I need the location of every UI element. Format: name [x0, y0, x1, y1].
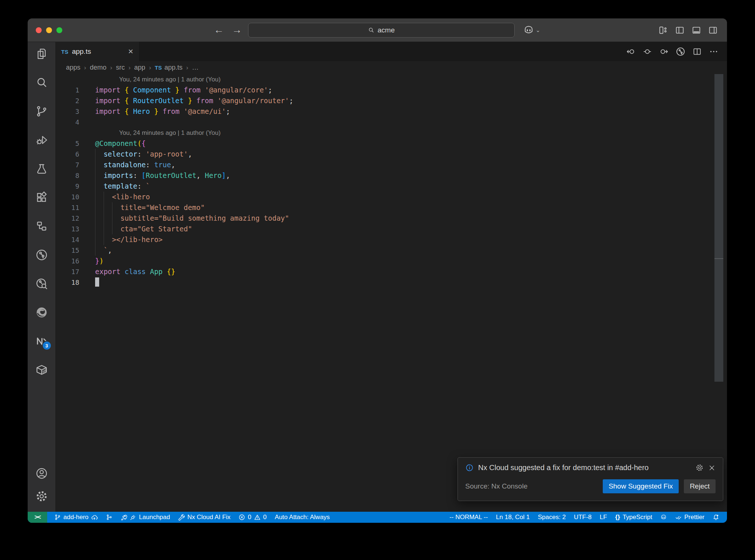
problems-icon	[254, 514, 261, 521]
code-line: 4	[55, 117, 712, 127]
customize-layout-button[interactable]	[658, 25, 669, 36]
scrollbar-slider[interactable]	[714, 74, 723, 382]
activity-item-explorer[interactable]	[35, 47, 48, 60]
editor-actions	[626, 42, 727, 61]
status-encoding[interactable]: UTF-8	[570, 512, 596, 523]
indent-guide	[112, 202, 112, 234]
activity-item-containers[interactable]	[35, 363, 48, 377]
activity-item-nx-console[interactable]: 3	[35, 335, 48, 348]
more-actions-icon	[709, 46, 719, 57]
status-auto-attach[interactable]: Auto Attach: Always	[271, 512, 334, 523]
git-graph-icon	[106, 514, 112, 521]
activity-item-edge-browser[interactable]	[35, 306, 48, 319]
nav-back-icon	[626, 46, 636, 57]
command-center-search[interactable]: acme	[248, 23, 515, 38]
line-number: 14	[55, 236, 79, 244]
status-language-mode[interactable]: {}TypeScript	[611, 512, 657, 523]
activity-item-source-control[interactable]	[35, 105, 48, 118]
remote-indicator[interactable]: ><	[28, 512, 47, 523]
typescript-file-icon: TS	[61, 49, 68, 55]
zoom-window-button[interactable]	[56, 27, 62, 33]
more-actions-button[interactable]	[709, 46, 719, 57]
scrollbar-cursor-mark	[714, 258, 723, 259]
line-number: 6	[55, 150, 79, 158]
activity-item-testing[interactable]	[35, 162, 48, 175]
chevron-right-icon: ›	[84, 64, 86, 71]
status-git-branch[interactable]: add-hero	[50, 512, 102, 523]
close-icon[interactable]	[708, 464, 716, 472]
chevron-down-icon: ⌄	[536, 27, 540, 34]
activity-item-gitlens-search[interactable]	[35, 277, 48, 290]
breadcrumb-file[interactable]: TSapp.ts	[155, 64, 182, 71]
code-editor[interactable]: You, 24 minutes ago | 1 author (You)1imp…	[55, 74, 727, 512]
status-copilot[interactable]	[656, 512, 671, 523]
notification-source: Source: Nx Console	[465, 482, 528, 490]
activity-item-references[interactable]	[35, 220, 48, 233]
activity-item-search[interactable]	[35, 76, 48, 89]
activity-item-gitlens[interactable]	[35, 248, 48, 262]
code-line: 18	[55, 277, 712, 288]
status-indentation[interactable]: Spaces: 2	[534, 512, 570, 523]
reject-button[interactable]: Reject	[684, 479, 716, 493]
status-nx-cloud-ai-fix[interactable]: Nx Cloud AI Fix	[174, 512, 234, 523]
status-cursor-position[interactable]: Ln 18, Col 1	[492, 512, 534, 523]
breadcrumb-item[interactable]: src	[116, 64, 125, 71]
activity-item-extensions[interactable]	[35, 191, 48, 204]
copilot-menu[interactable]: ⌄	[523, 18, 540, 42]
nx-cloud-ai-fix-icon	[178, 514, 185, 521]
breadcrumb-item[interactable]: apps	[66, 64, 80, 71]
window-controls	[36, 27, 62, 33]
git-branch-icon	[54, 514, 61, 521]
show-suggested-fix-button[interactable]: Show Suggested Fix	[603, 479, 679, 493]
editor-scrollbar[interactable]	[714, 74, 723, 512]
toggle-primary-sidebar-icon	[674, 25, 685, 36]
breadcrumb-item[interactable]: demo	[90, 64, 107, 71]
nav-back-button[interactable]	[626, 46, 636, 57]
status-git-graph[interactable]	[102, 512, 116, 523]
notification-title: Nx Cloud suggested a fix for demo:test i…	[478, 463, 691, 472]
status-eol[interactable]: LF	[596, 512, 611, 523]
status-bar: >< add-heroLaunchpadNx Cloud AI Fix00Aut…	[28, 512, 727, 523]
tab-app-ts[interactable]: TS app.ts ✕	[55, 42, 140, 61]
nav-forward-button[interactable]	[659, 46, 669, 57]
line-number: 4	[55, 118, 79, 126]
activity-item-run-and-debug[interactable]	[35, 133, 48, 147]
breadcrumb-item[interactable]: app	[134, 64, 145, 71]
toggle-primary-sidebar-button[interactable]	[674, 25, 685, 36]
breadcrumb-more[interactable]: …	[192, 64, 199, 71]
run-and-debug-icon	[35, 133, 48, 147]
activity-bar-bottom	[35, 467, 48, 512]
nav-dot-button[interactable]	[642, 46, 653, 57]
commit-graph-button[interactable]	[675, 46, 686, 57]
chevron-right-icon: ›	[186, 64, 188, 71]
commit-graph-icon	[675, 46, 686, 57]
explorer-icon	[35, 47, 48, 60]
code-line: 8 imports: [RouterOutlet, Hero],	[55, 170, 712, 181]
line-number: 9	[55, 182, 79, 190]
split-editor-button[interactable]	[692, 46, 702, 57]
minimize-window-button[interactable]	[46, 27, 52, 33]
prettier-icon	[675, 514, 682, 521]
status-notifications[interactable]	[709, 512, 723, 523]
toggle-panel-button[interactable]	[691, 25, 702, 36]
go-forward-icon[interactable]: →	[232, 24, 242, 36]
breadcrumb: apps›demo›src›app›TSapp.ts›…	[55, 61, 727, 74]
line-number: 2	[55, 97, 79, 105]
notification-settings-gear-icon[interactable]	[695, 463, 704, 472]
toggle-secondary-sidebar-button[interactable]	[707, 25, 719, 36]
copilot-icon	[523, 25, 534, 36]
activity-item-settings[interactable]	[35, 490, 48, 503]
close-tab-icon[interactable]: ✕	[128, 48, 133, 56]
go-back-icon[interactable]: ←	[214, 24, 224, 36]
code-line: 9 template: `	[55, 181, 712, 192]
activity-item-accounts[interactable]	[35, 467, 48, 480]
status-gitlens-launchpad[interactable]: Launchpad	[116, 512, 174, 523]
close-window-button[interactable]	[36, 27, 42, 33]
status-vim-mode[interactable]: -- NORMAL --	[445, 512, 492, 523]
code-line: 12 subtitle="Build something amazing tod…	[55, 213, 712, 224]
status-problems[interactable]: 00	[234, 512, 271, 523]
accounts-icon	[35, 467, 48, 480]
status-prettier[interactable]: Prettier	[671, 512, 709, 523]
settings-icon	[35, 490, 48, 503]
gitlens-launchpad-icon	[121, 514, 127, 521]
